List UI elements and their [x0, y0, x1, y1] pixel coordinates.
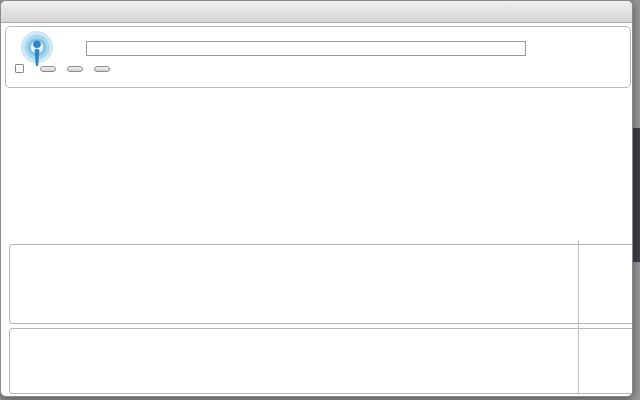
network-sniffer-window — [0, 0, 633, 397]
apply-button[interactable] — [40, 66, 56, 72]
on-capture-checkbox[interactable] — [15, 64, 24, 73]
filter-input[interactable] — [86, 41, 526, 56]
clear-filter-button[interactable] — [67, 66, 83, 72]
close-button[interactable] — [10, 6, 21, 17]
titlebar — [1, 1, 632, 23]
request-headers-panel — [9, 244, 633, 324]
zoom-button[interactable] — [46, 6, 57, 17]
panel-border-line — [578, 241, 579, 394]
clear-result-button[interactable] — [94, 66, 110, 72]
response-headers-panel — [9, 328, 633, 394]
minimize-button[interactable] — [28, 6, 39, 17]
filter-panel — [5, 26, 631, 88]
